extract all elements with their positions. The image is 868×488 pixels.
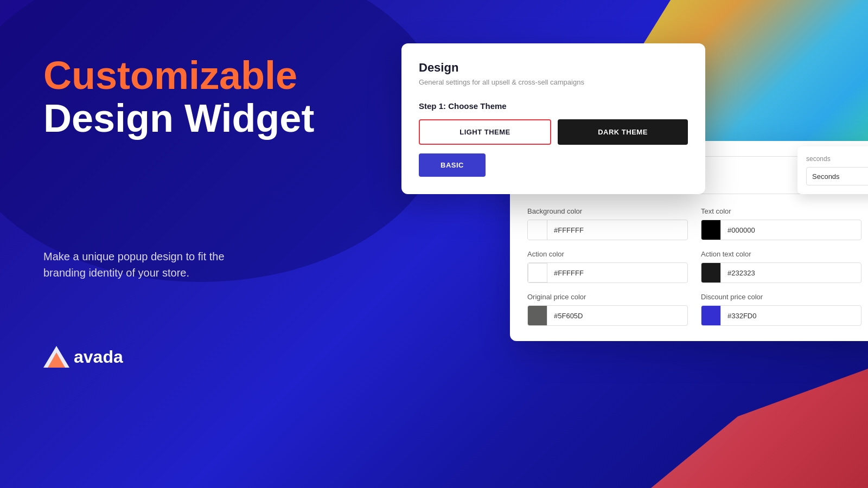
action-color-label: Action color — [527, 250, 688, 258]
discount-price-color-group: Discount price color #332FD0 — [701, 293, 861, 326]
action-color-input-row: #FFFFFF — [527, 262, 688, 283]
original-price-color-group: Original price color #5F605D — [527, 293, 688, 326]
discount-price-input-row: #332FD0 — [701, 305, 861, 326]
action-text-color-label: Action text color — [701, 250, 861, 258]
original-price-label: Original price color — [527, 293, 688, 301]
discount-price-label: Discount price color — [701, 293, 861, 301]
original-price-swatch[interactable] — [528, 306, 547, 325]
left-panel: Customizable Design Widget Make a unique… — [43, 33, 358, 368]
action-color-swatch[interactable] — [528, 263, 547, 282]
dark-theme-button[interactable]: DARK THEME — [558, 119, 688, 145]
panel-subtitle: General settings for all upsell & cross-… — [419, 78, 688, 86]
subtitle: Make a unique popup design to fit the br… — [43, 248, 358, 281]
avada-logo-icon — [43, 346, 69, 368]
action-text-color-value: #232323 — [721, 265, 861, 281]
discount-price-swatch[interactable] — [701, 306, 721, 325]
original-price-input-row: #5F605D — [527, 305, 688, 326]
right-panel: Design General settings for all upsell &… — [358, 33, 825, 455]
action-text-color-swatch[interactable] — [701, 263, 721, 282]
text-color-group: Text color #000000 — [701, 207, 861, 240]
text-color-input-row: #000000 — [701, 220, 861, 240]
action-text-color-group: Action text color #232323 — [701, 250, 861, 283]
seconds-input[interactable] — [807, 169, 868, 184]
headline-white: Design Widget — [43, 97, 314, 140]
bg-color-input-row: #FFFFFF — [527, 220, 688, 240]
light-theme-button[interactable]: LIGHT THEME — [419, 119, 551, 145]
bg-color-group: Background color #FFFFFF — [527, 207, 688, 240]
basic-button[interactable]: BASIC — [419, 153, 486, 177]
design-panel: Design General settings for all upsell &… — [401, 43, 705, 194]
color-grid: Background color #FFFFFF Text color #000… — [527, 207, 861, 326]
seconds-widget: seconds ▲ ▼ — [797, 146, 868, 194]
action-color-value: #FFFFFF — [547, 265, 687, 281]
text-color-swatch[interactable] — [701, 220, 721, 240]
action-color-group: Action color #FFFFFF — [527, 250, 688, 283]
headline: Customizable Design Widget — [43, 54, 358, 140]
bg-color-label: Background color — [527, 207, 688, 215]
logo-text: avada — [74, 347, 123, 367]
panel-title: Design — [419, 61, 688, 75]
original-price-value: #5F605D — [547, 307, 687, 324]
logo: avada — [43, 346, 358, 368]
seconds-label: seconds — [806, 155, 868, 163]
theme-buttons: LIGHT THEME DARK THEME — [419, 119, 688, 145]
bg-color-value: #FFFFFF — [547, 222, 687, 239]
step-label: Step 1: Choose Theme — [419, 101, 688, 111]
headline-colored: Customizable — [43, 54, 297, 97]
bg-color-swatch[interactable] — [528, 220, 547, 240]
action-text-color-input-row: #232323 — [701, 262, 861, 283]
text-color-label: Text color — [701, 207, 861, 215]
seconds-input-row: ▲ ▼ — [806, 167, 868, 185]
text-color-value: #000000 — [721, 222, 861, 239]
discount-price-value: #332FD0 — [721, 307, 861, 324]
